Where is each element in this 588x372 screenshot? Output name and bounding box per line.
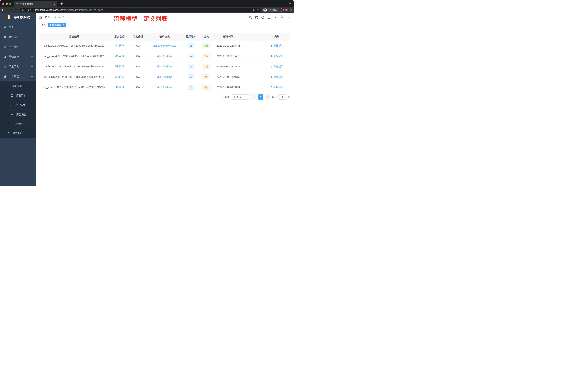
column-header: 流程版本 xyxy=(183,33,199,41)
close-window-button[interactable] xyxy=(2,2,4,5)
sidebar-item-process-mgmt[interactable]: 流程管理 xyxy=(0,81,36,91)
sidebar-item-infra[interactable]: 基础设施 xyxy=(0,52,36,62)
assign-rule-link[interactable]: 分配规则 xyxy=(270,86,284,89)
browser-menu-icon[interactable] xyxy=(289,9,290,11)
definition-category: OA xyxy=(136,44,140,47)
update-browser-button[interactable]: 更新 xyxy=(281,8,292,12)
definition-name-link[interactable]: OA 请假 xyxy=(115,65,124,68)
sidebar-item-task-mgmt[interactable]: 任务管理 xyxy=(0,119,36,129)
deploy-time: 2022-01-22 20:34:10 xyxy=(217,55,240,57)
sidebar-item-user-group[interactable]: 用户分组 xyxy=(0,100,36,110)
sidebar-item-leave-query[interactable]: 请假查询 xyxy=(0,129,36,138)
definition-category: OA xyxy=(136,55,140,57)
definition-name-link[interactable]: OA 请假 xyxy=(115,75,124,78)
definition-id: oa_leave:2:3c1f0ef1-76b1-11ec-9c66-a2380… xyxy=(44,75,104,78)
browser-toolbar: 不安全 dashboard.yudao.iocoder.cn/bpm/manag… xyxy=(0,7,294,13)
minimize-window-button[interactable] xyxy=(6,2,8,5)
assign-rule-link[interactable]: 分配规则 xyxy=(270,44,284,47)
sidebar-item-process-form[interactable]: 流程表单 xyxy=(0,91,36,100)
browser-tab[interactable]: 芋道管理系统 xyxy=(14,1,57,7)
forward-button[interactable] xyxy=(6,9,9,11)
url-host: dashboard.yudao.iocoder.cn xyxy=(35,9,63,11)
password-key-icon[interactable] xyxy=(252,9,255,11)
status-tag: 激活 xyxy=(202,43,210,48)
user-menu-caret-icon[interactable] xyxy=(288,17,290,19)
definition-name-link[interactable]: OA 请假 xyxy=(115,44,124,47)
maximize-window-button[interactable] xyxy=(9,2,11,5)
bookmark-star-icon[interactable] xyxy=(256,9,259,11)
definition-id: oa_leave:5:004b710b-7b8a-11ec-8ef0-acde4… xyxy=(44,44,105,47)
assign-rule-link[interactable]: 分配规则 xyxy=(270,65,284,68)
sidebar-item-label: 工作流程 xyxy=(9,75,19,78)
sidebar-logo[interactable]: 芋道管理系统 xyxy=(0,13,36,22)
breadcrumb-home[interactable]: 首页 xyxy=(45,16,50,19)
send-icon xyxy=(10,113,13,116)
form-link[interactable]: /bpm/oa/flow xyxy=(157,75,172,78)
pagination: 共 5 条 10条/页 1 前往 页 xyxy=(40,94,290,99)
tab-title: 芋道管理系统 xyxy=(20,3,52,6)
prev-page-button[interactable] xyxy=(251,94,257,99)
back-button[interactable] xyxy=(1,9,4,11)
sidebar-item-system[interactable]: 系统管理 xyxy=(0,32,36,42)
reload-button[interactable] xyxy=(10,9,13,11)
form-link[interactable]: /bpm/oa/flow xyxy=(157,86,172,89)
definition-name-link[interactable]: OA 请假 xyxy=(115,86,124,89)
tag-home[interactable]: 首页 xyxy=(40,22,47,27)
search-icon[interactable] xyxy=(249,16,252,19)
column-header: 部署时间 xyxy=(213,33,244,41)
goto-page-input[interactable] xyxy=(278,94,286,99)
current-page-button[interactable]: 1 xyxy=(258,94,263,99)
logo-title: 芋道管理系统 xyxy=(14,16,30,19)
sidebar-menu: 首页系统管理支付管理基础设施研发工具工作流程流程管理流程表单用户分组流程模型任务… xyxy=(0,22,36,138)
status-tag: 挂起 xyxy=(202,54,210,58)
sidebar-item-label: 流程模型 xyxy=(16,113,26,116)
form-link[interactable]: /bpm/oa/leave/create xyxy=(153,44,177,47)
sidebar-item-label: 流程表单 xyxy=(16,94,26,97)
chevron-down-icon xyxy=(31,66,33,68)
sidebar-toggle-icon[interactable] xyxy=(39,16,42,19)
chevron-up-icon xyxy=(31,75,33,77)
sidebar-item-workflow[interactable]: 工作流程 xyxy=(0,72,36,81)
sidebar-item-label: 系统管理 xyxy=(9,35,19,39)
sidebar-item-home[interactable]: 首页 xyxy=(0,22,36,32)
fullscreen-icon[interactable] xyxy=(267,16,271,19)
definition-id: oa_leave:3:1fad3d93-7b75-11ec-a3c8-acde4… xyxy=(44,65,104,68)
table-body: oa_leave:5:004b710b-7b8a-11ec-8ef0-acde4… xyxy=(40,41,290,92)
home-button[interactable] xyxy=(15,9,18,11)
assign-rule-link[interactable]: 分配规则 xyxy=(270,55,284,58)
page-size-select[interactable]: 10条/页 xyxy=(231,94,250,99)
definition-category: OA xyxy=(136,75,140,78)
tab-search-icon[interactable] xyxy=(289,2,291,5)
github-icon[interactable] xyxy=(255,16,258,19)
toolbox-icon xyxy=(4,65,7,68)
not-secure-icon[interactable] xyxy=(22,9,24,11)
next-page-button[interactable] xyxy=(265,94,270,99)
security-label[interactable]: 不安全 xyxy=(25,9,32,12)
tag-current[interactable]: 流程定义 xyxy=(48,22,66,27)
assign-rule-label: 分配规则 xyxy=(274,75,284,78)
avatar[interactable] xyxy=(280,15,285,20)
new-tab-button[interactable] xyxy=(60,2,63,5)
definition-name-link[interactable]: OA 请假 xyxy=(115,55,124,58)
sidebar-item-devtools[interactable]: 研发工具 xyxy=(0,62,36,72)
column-header: 操作 xyxy=(263,33,290,41)
address-bar[interactable]: 不安全 dashboard.yudao.iocoder.cn/bpm/manag… xyxy=(20,8,261,12)
user-icon xyxy=(270,65,273,68)
active-tag-dot xyxy=(50,24,51,26)
help-icon[interactable]: ? xyxy=(261,16,264,19)
font-size-icon[interactable]: TT xyxy=(274,16,277,19)
form-link[interactable]: /bpm/oa/flow xyxy=(157,55,172,57)
assign-rule-link[interactable]: 分配规则 xyxy=(270,75,284,78)
sidebar-item-process-model[interactable]: 流程模型 xyxy=(0,110,36,119)
tab-strip: 芋道管理系统 xyxy=(0,0,294,7)
tag-current-label: 流程定义 xyxy=(52,23,61,26)
sidebar-submenu: 流程管理流程表单用户分组流程模型任务管理请假查询 xyxy=(0,81,36,138)
listtree-icon xyxy=(7,85,10,88)
form-link[interactable]: /bpm/oa/flow xyxy=(157,65,172,68)
tag-close-icon[interactable] xyxy=(62,24,64,26)
assign-rule-label: 分配规则 xyxy=(274,86,284,89)
sidebar-item-payment[interactable]: 支付管理 xyxy=(0,42,36,52)
tab-close-icon[interactable] xyxy=(54,3,56,5)
url-text[interactable]: dashboard.yudao.iocoder.cn/bpm/manager/d… xyxy=(35,9,103,11)
version-tag: v3 xyxy=(188,64,194,69)
